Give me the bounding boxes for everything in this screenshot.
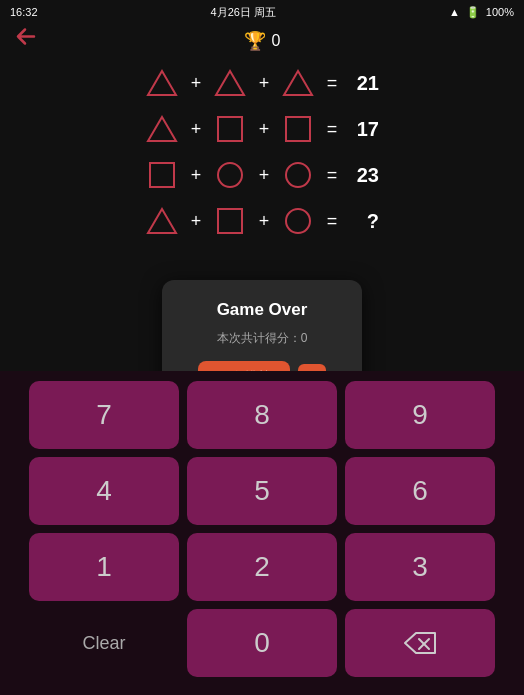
numpad-4[interactable]: 4 <box>29 457 179 525</box>
numpad-row-123: 1 2 3 <box>10 533 514 601</box>
puzzle-area: + + = 21 + + = 17 + + <box>0 54 524 252</box>
result-4: ? <box>349 210 379 233</box>
circle-shape <box>281 204 315 238</box>
square-shape <box>213 112 247 146</box>
wifi-icon: ▲ <box>449 6 460 18</box>
score-area: 🏆 0 <box>244 30 281 52</box>
plus-sign: + <box>189 165 203 186</box>
game-over-score: 本次共计得分：0 <box>217 330 308 347</box>
plus-sign: + <box>257 73 271 94</box>
svg-point-8 <box>286 163 310 187</box>
equals-sign: = <box>325 211 339 232</box>
equals-sign: = <box>325 165 339 186</box>
svg-rect-6 <box>150 163 174 187</box>
square-shape <box>145 158 179 192</box>
header: 🏆 0 <box>0 24 524 54</box>
svg-rect-5 <box>286 117 310 141</box>
numpad-5[interactable]: 5 <box>187 457 337 525</box>
svg-marker-1 <box>216 71 244 95</box>
circle-shape <box>213 158 247 192</box>
triangle-shape <box>145 112 179 146</box>
battery-icon: 🔋 <box>466 6 480 19</box>
status-date: 4月26日 周五 <box>211 5 276 20</box>
clear-button[interactable]: Clear <box>29 609 179 677</box>
triangle-shape <box>145 204 179 238</box>
numpad-8[interactable]: 8 <box>187 381 337 449</box>
equation-row-2: + + = 17 <box>30 110 494 148</box>
svg-rect-10 <box>218 209 242 233</box>
triangle-shape <box>213 66 247 100</box>
numpad-row-789: 7 8 9 <box>10 381 514 449</box>
equals-sign: = <box>325 73 339 94</box>
numpad-3[interactable]: 3 <box>345 533 495 601</box>
status-bar: 16:32 4月26日 周五 ▲ 🔋 100% <box>0 0 524 24</box>
svg-rect-4 <box>218 117 242 141</box>
numpad-area: 7 8 9 4 5 6 1 2 3 Clear 0 <box>0 371 524 695</box>
score-value: 0 <box>272 32 281 50</box>
equation-row-3: + + = 23 <box>30 156 494 194</box>
plus-sign: + <box>257 165 271 186</box>
svg-marker-2 <box>284 71 312 95</box>
triangle-shape <box>281 66 315 100</box>
battery-level: 100% <box>486 6 514 18</box>
back-button[interactable] <box>14 28 36 51</box>
numpad-row-clear-0-del: Clear 0 <box>10 609 514 677</box>
plus-sign: + <box>189 73 203 94</box>
triangle-shape <box>145 66 179 100</box>
status-time: 16:32 <box>10 6 38 18</box>
svg-point-11 <box>286 209 310 233</box>
numpad-0[interactable]: 0 <box>187 609 337 677</box>
result-1: 21 <box>349 72 379 95</box>
numpad-2[interactable]: 2 <box>187 533 337 601</box>
svg-marker-0 <box>148 71 176 95</box>
result-3: 23 <box>349 164 379 187</box>
square-shape <box>213 204 247 238</box>
plus-sign: + <box>257 119 271 140</box>
trophy-icon: 🏆 <box>244 30 266 52</box>
plus-sign: + <box>189 119 203 140</box>
numpad-7[interactable]: 7 <box>29 381 179 449</box>
status-right: ▲ 🔋 100% <box>449 6 514 19</box>
numpad-1[interactable]: 1 <box>29 533 179 601</box>
delete-button[interactable] <box>345 609 495 677</box>
svg-point-7 <box>218 163 242 187</box>
game-over-title: Game Over <box>217 300 308 320</box>
circle-shape <box>281 158 315 192</box>
numpad-6[interactable]: 6 <box>345 457 495 525</box>
svg-marker-3 <box>148 117 176 141</box>
square-shape <box>281 112 315 146</box>
numpad-row-456: 4 5 6 <box>10 457 514 525</box>
numpad-9[interactable]: 9 <box>345 381 495 449</box>
result-2: 17 <box>349 118 379 141</box>
plus-sign: + <box>189 211 203 232</box>
equation-row-4: + + = ? <box>30 202 494 240</box>
equation-row-1: + + = 21 <box>30 64 494 102</box>
equals-sign: = <box>325 119 339 140</box>
plus-sign: + <box>257 211 271 232</box>
svg-marker-9 <box>148 209 176 233</box>
